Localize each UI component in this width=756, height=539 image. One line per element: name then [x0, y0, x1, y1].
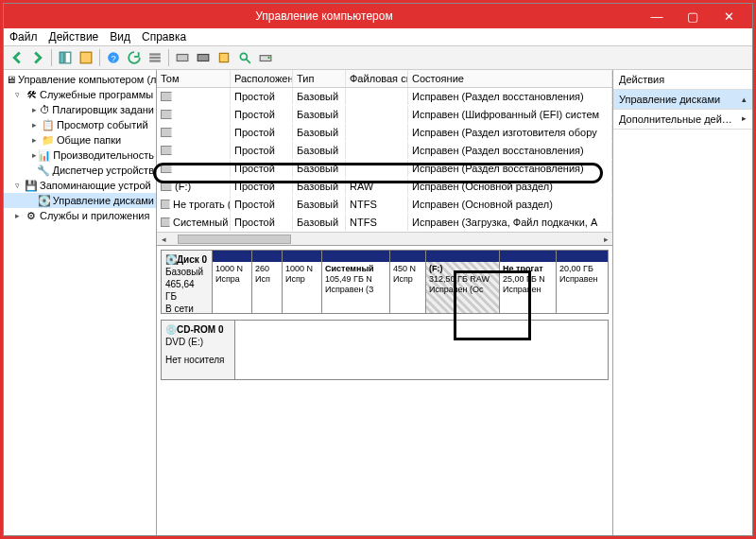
svg-line-12	[246, 59, 250, 63]
menubar: Файл Действие Вид Справка	[4, 28, 752, 46]
list-icon[interactable]	[146, 48, 164, 67]
event-icon: 📋	[42, 118, 55, 131]
services-icon: ⚙	[25, 209, 38, 222]
disk-graphical-view: 💽Диск 0 Базовый 465,64 ГБ В сети 1000 NИ…	[157, 246, 612, 535]
tree-performance[interactable]: ▸📊Производительность	[4, 148, 156, 163]
properties-icon[interactable]	[77, 48, 95, 67]
actions-selected[interactable]: Управление дисками ▴	[613, 90, 752, 110]
partition[interactable]: Не трогат25,00 ГБ NИсправен	[500, 251, 557, 313]
col-layout[interactable]: Расположение	[231, 70, 293, 87]
drive-icon[interactable]	[256, 48, 275, 67]
actions-title: Действия	[613, 70, 752, 90]
svg-rect-0	[60, 52, 64, 63]
tree-services[interactable]: ▸⚙Службы и приложения	[4, 208, 156, 223]
svg-rect-5	[149, 53, 161, 55]
svg-rect-2	[80, 52, 92, 63]
disk-icon[interactable]	[173, 48, 192, 67]
minimize-button[interactable]: —	[639, 6, 675, 26]
volume-row[interactable]: ПростойБазовыйИсправен (Раздел восстанов…	[157, 160, 612, 178]
svg-rect-7	[149, 60, 161, 61]
volume-icon	[161, 128, 172, 137]
svg-rect-6	[149, 57, 161, 59]
chevron-up-icon: ▴	[742, 95, 747, 104]
menu-action[interactable]: Действие	[49, 30, 99, 43]
cdrom-row[interactable]: 💿CD-ROM 0 DVD (E:) Нет носителя	[161, 320, 609, 380]
tree-task-scheduler[interactable]: ▸⏱Плагировщик задани	[4, 102, 156, 117]
clock-icon: ⏱	[40, 103, 50, 116]
volume-row[interactable]: (F:)ПростойБазовыйRAWИсправен (Основной …	[157, 178, 612, 196]
help-icon[interactable]: ?	[104, 48, 123, 67]
col-state[interactable]: Состояние	[408, 70, 612, 87]
svg-point-14	[267, 57, 269, 59]
folder-icon: 📁	[42, 133, 55, 147]
menu-help[interactable]: Справка	[142, 30, 186, 43]
cdrom-icon: 💿	[165, 324, 177, 335]
partition[interactable]: Системный105,49 ГБ NИсправен (З	[322, 251, 390, 313]
volume-list: Том Расположение Тип Файловая система Со…	[157, 70, 612, 246]
volume-row[interactable]: ПростойБазовыйИсправен (Раздел восстанов…	[157, 142, 612, 160]
col-type[interactable]: Тип	[293, 70, 346, 87]
disk-settings-icon[interactable]	[194, 48, 213, 67]
tree-storage[interactable]: ▿💾Запоминающие устрой	[4, 178, 156, 193]
volume-row[interactable]: ПростойБазовыйИсправен (Раздел изготовит…	[157, 124, 612, 142]
volume-icon	[161, 217, 170, 227]
disk-0-row[interactable]: 💽Диск 0 Базовый 465,64 ГБ В сети 1000 NИ…	[161, 250, 609, 314]
diskmgmt-icon: 💽	[38, 194, 51, 207]
partition[interactable]: 260Исп	[252, 251, 283, 313]
volume-icon	[161, 110, 172, 119]
partition[interactable]: 1000 NИспра	[213, 251, 252, 313]
volume-icon	[161, 200, 170, 209]
svg-rect-10	[219, 53, 228, 61]
refresh-icon[interactable]	[125, 48, 144, 67]
perf-icon: 📊	[38, 148, 51, 162]
device-icon: 🔧	[37, 164, 50, 177]
app-window: Управление компьютером — ▢ ✕ Файл Действ…	[3, 3, 753, 536]
search-icon[interactable]	[235, 48, 254, 67]
cdrom-header: 💿CD-ROM 0 DVD (E:) Нет носителя	[162, 321, 235, 379]
partition[interactable]: (F:)312,50 ГБ RAWИсправен (Ос	[426, 251, 500, 313]
disk-icon: 💽	[165, 254, 177, 265]
horizontal-scrollbar[interactable]: ◂ ▸	[157, 232, 612, 245]
tree-root[interactable]: 🖥Управление компьютером (л	[4, 72, 156, 87]
volume-icon	[161, 92, 172, 101]
computer-icon: 🖥	[6, 73, 16, 86]
partition[interactable]: 450 NИспр	[390, 251, 426, 313]
window-controls: — ▢ ✕	[639, 6, 747, 26]
scroll-left-icon[interactable]: ◂	[157, 235, 170, 244]
scroll-thumb[interactable]	[178, 235, 291, 244]
maximize-button[interactable]: ▢	[675, 6, 711, 26]
svg-rect-9	[198, 55, 209, 61]
volume-icon	[161, 146, 172, 155]
content-body: 🖥Управление компьютером (л ▿🛠Служебные п…	[4, 70, 752, 535]
menu-file[interactable]: Файл	[9, 30, 38, 43]
volume-row[interactable]: ПростойБазовыйИсправен (Шифрованный (EFI…	[157, 106, 612, 124]
volume-row[interactable]: ПростойБазовыйИсправен (Раздел восстанов…	[157, 88, 612, 106]
close-button[interactable]: ✕	[711, 6, 747, 26]
titlebar: Управление компьютером — ▢ ✕	[4, 4, 752, 28]
nav-tree: 🖥Управление компьютером (л ▿🛠Служебные п…	[4, 70, 157, 535]
tree-shared-folders[interactable]: ▸📁Общие папки	[4, 132, 156, 148]
forward-icon[interactable]	[28, 48, 47, 67]
tree-disk-management[interactable]: 💽Управление дисками	[4, 193, 156, 208]
partition[interactable]: 1000 NИспр	[283, 251, 322, 313]
col-volume[interactable]: Том	[157, 70, 231, 87]
back-icon[interactable]	[8, 48, 26, 67]
menu-view[interactable]: Вид	[110, 30, 130, 43]
chevron-right-icon: ▸	[742, 113, 747, 125]
partition[interactable]: 20,00 ГБИсправен	[557, 251, 608, 313]
volume-row[interactable]: Системный (C:)ПростойБазовыйNTFSИсправен…	[157, 214, 612, 232]
actions-more[interactable]: Дополнительные дей… ▸	[613, 110, 752, 130]
actions-panel: Действия Управление дисками ▴ Дополнител…	[612, 70, 752, 535]
tree-event-viewer[interactable]: ▸📋Просмотр событий	[4, 117, 156, 132]
volume-header: Том Расположение Тип Файловая система Со…	[157, 70, 612, 88]
volume-row[interactable]: Не трогать (D:)ПростойБазовыйNTFSИсправе…	[157, 196, 612, 214]
show-hide-tree-icon[interactable]	[56, 48, 75, 67]
tree-system-tools[interactable]: ▿🛠Служебные программы	[4, 87, 156, 102]
tree-device-manager[interactable]: 🔧Диспетчер устройств	[4, 163, 156, 178]
cdrom-body	[235, 321, 608, 379]
tools-icon: 🛠	[25, 88, 38, 101]
col-filesystem[interactable]: Файловая система	[346, 70, 408, 87]
toolbar: ?	[4, 46, 752, 70]
scroll-right-icon[interactable]: ▸	[599, 235, 612, 244]
action-icon[interactable]	[215, 48, 233, 67]
